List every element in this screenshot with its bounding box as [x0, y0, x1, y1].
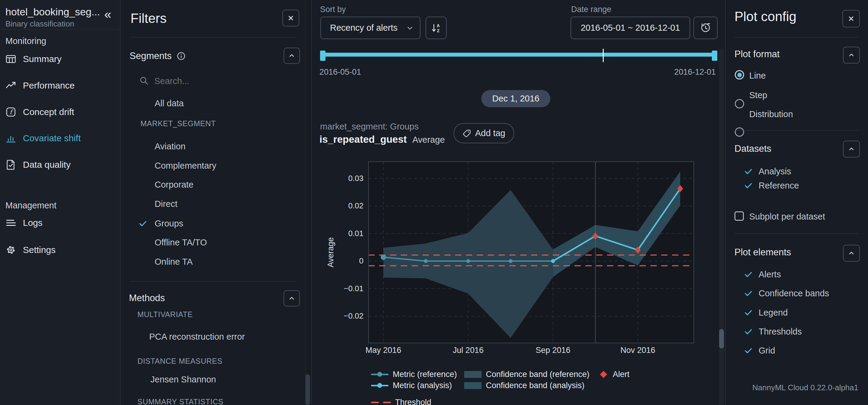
band-swatch-icon	[464, 382, 482, 389]
info-icon[interactable]	[177, 52, 186, 61]
tag-icon	[463, 129, 471, 138]
history-clock-icon	[700, 22, 711, 34]
sidebar-item-summary[interactable]: Summary	[5, 54, 61, 64]
sidebar-item-data-quality[interactable]: Data quality	[5, 159, 70, 170]
date-range-label: Date range	[571, 5, 612, 14]
sidebar-item-settings[interactable]: Settings	[5, 244, 56, 255]
sidebar-item-concept-drift[interactable]: f Concept drift	[5, 107, 74, 117]
add-tag-label: Add tag	[475, 128, 505, 138]
function-f-icon: f	[5, 107, 16, 117]
plot-element-grid[interactable]: Grid	[758, 346, 775, 356]
slider-split-marker	[603, 49, 604, 62]
main-scrollbar-thumb[interactable]	[719, 329, 724, 348]
y-tick-label: −0.01	[313, 284, 364, 293]
segment-option[interactable]: Corporate	[155, 180, 193, 190]
add-tag-button[interactable]: Add tag	[454, 123, 514, 143]
drift-chart-plot[interactable]	[368, 161, 694, 343]
segment-option-all-data[interactable]: All data	[155, 98, 184, 108]
subplot-checkbox[interactable]	[735, 211, 744, 221]
divider	[130, 281, 297, 281]
chevron-up-icon	[288, 295, 296, 302]
dataset-option-analysis[interactable]: Analysis	[758, 167, 791, 176]
sidebar: hotel_booking_seg... « Binary classifica…	[0, 0, 121, 405]
svg-text:A: A	[437, 23, 440, 28]
sidebar-item-label: Concept drift	[23, 107, 74, 117]
segments-search-input[interactable]	[154, 75, 270, 87]
datasets-collapse-button[interactable]	[843, 141, 860, 158]
method-option[interactable]: PCA reconstruction error	[149, 332, 245, 342]
divider	[130, 37, 297, 37]
plot-elements-collapse-button[interactable]	[843, 245, 860, 262]
slider-handle-right[interactable]	[712, 50, 717, 61]
radio-distribution[interactable]	[735, 127, 744, 137]
legend-item-band-reference[interactable]: Confidence band (reference)	[464, 369, 590, 379]
radio-label[interactable]: Distribution	[749, 109, 793, 119]
panel-gap	[306, 0, 311, 405]
slider-handle-left[interactable]	[320, 50, 326, 61]
selected-date-badge: Dec 1, 2016	[481, 90, 550, 107]
method-option[interactable]: Jensen Shannon	[150, 375, 216, 384]
segment-option[interactable]: Direct	[155, 199, 178, 209]
y-tick-label: 0.03	[313, 174, 364, 183]
sidebar-collapse-icon[interactable]: «	[104, 7, 111, 22]
sort-direction-button[interactable]: A Z	[426, 16, 447, 39]
filters-close-button[interactable]	[282, 10, 299, 27]
chevron-down-icon	[406, 24, 414, 32]
sidebar-item-logs[interactable]: Logs	[5, 217, 42, 228]
radio-label[interactable]: Step	[749, 90, 767, 100]
segment-group-label: MARKET_SEGMENT	[141, 119, 216, 128]
section-label-monitoring: Monitoring	[5, 36, 46, 46]
line-swatch-icon	[371, 381, 389, 389]
legend-item-threshold[interactable]: Threshold	[371, 398, 431, 405]
segment-option[interactable]: Offline TA/TO	[155, 238, 207, 247]
plot-element-alerts[interactable]: Alerts	[758, 270, 781, 279]
main-scrollbar-track[interactable]	[719, 48, 724, 405]
plot-format-heading: Plot format	[735, 49, 780, 60]
chevron-up-icon	[288, 52, 296, 59]
sort-by-select[interactable]: Recency of alerts	[320, 16, 421, 39]
plot-format-collapse-button[interactable]	[843, 47, 860, 64]
chevron-up-icon	[848, 52, 855, 59]
plot-element-legend[interactable]: Legend	[758, 308, 788, 318]
search-icon	[139, 76, 149, 86]
radio-step[interactable]	[735, 99, 744, 108]
date-range-input[interactable]: 2016-05-01 ~ 2016-12-01	[570, 16, 690, 39]
segments-collapse-button[interactable]	[284, 47, 300, 64]
close-icon	[847, 15, 855, 23]
plot-element-thresholds[interactable]: Thresholds	[758, 327, 802, 337]
table-grid-icon	[5, 54, 16, 64]
filters-scrollbar-thumb[interactable]	[305, 374, 310, 405]
segment-option-selected[interactable]: Groups	[155, 218, 183, 229]
sidebar-item-performance[interactable]: Performance	[5, 80, 75, 91]
legend-item-metric-analysis[interactable]: Metric (analysis)	[371, 381, 452, 390]
method-group-label: DISTANCE MEASURES	[137, 357, 222, 366]
plot-config-close-button[interactable]	[842, 10, 860, 27]
radio-label[interactable]: Line	[749, 71, 766, 81]
legend-label: Confidence band (reference)	[486, 370, 590, 379]
check-icon	[744, 308, 753, 318]
segment-option[interactable]: Aviation	[155, 141, 186, 151]
date-slider-track[interactable]	[320, 53, 717, 57]
sidebar-item-covariate-shift[interactable]: Covariate shift	[5, 133, 81, 144]
threshold-dash-icon	[371, 402, 391, 403]
radio-line[interactable]	[735, 70, 744, 79]
sort-by-value: Recency of alerts	[330, 23, 398, 33]
divider	[735, 130, 858, 131]
sidebar-item-label: Data quality	[23, 160, 70, 170]
legend-item-alert[interactable]: Alert	[598, 369, 629, 379]
date-range-value: 2016-05-01 ~ 2016-12-01	[581, 23, 680, 33]
subplot-label[interactable]: Subplot per dataset	[749, 212, 825, 222]
slider-end-label: 2016-12-01	[660, 67, 716, 77]
methods-collapse-button[interactable]	[284, 290, 300, 307]
segment-option[interactable]: Online TA	[155, 257, 193, 267]
legend-item-metric-reference[interactable]: Metric (reference)	[371, 369, 457, 379]
check-icon	[744, 327, 753, 337]
legend-item-band-analysis[interactable]: Confidence band (analysis)	[464, 381, 584, 390]
legend-label: Threshold	[395, 398, 431, 405]
date-reset-button[interactable]	[693, 16, 718, 39]
dataset-option-reference[interactable]: Reference	[758, 181, 799, 191]
plot-element-confidence-bands[interactable]: Confidence bands	[758, 289, 829, 298]
method-group-label: MULTIVARIATE	[137, 310, 193, 319]
segment-option[interactable]: Complementary	[155, 161, 216, 171]
sidebar-item-label: Summary	[23, 54, 61, 64]
